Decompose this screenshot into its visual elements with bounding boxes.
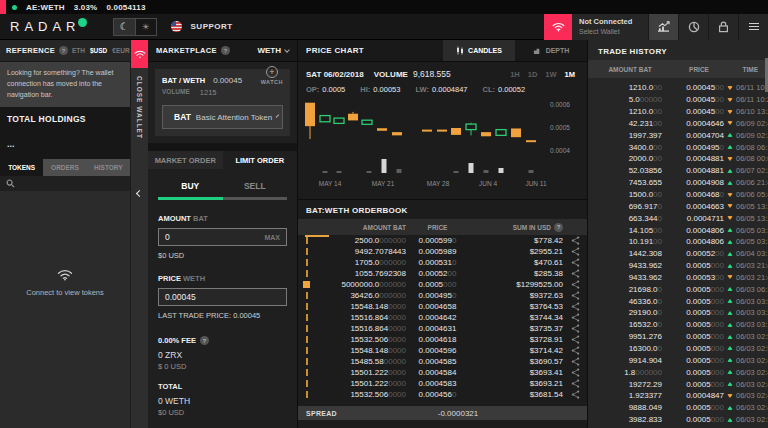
connect-message: Connect to view tokens — [26, 288, 104, 297]
range-1m[interactable]: 1M — [565, 70, 575, 79]
close-wallet-strip[interactable]: CLOSE WALLET — [130, 40, 148, 428]
share-icon[interactable] — [571, 269, 580, 278]
tab-buy[interactable]: BUY — [158, 181, 223, 200]
watch-button[interactable]: + WATCH — [261, 66, 283, 85]
trade-price: 0.0004663 — [662, 202, 724, 211]
share-icon[interactable] — [571, 379, 580, 388]
share-icon[interactable] — [571, 346, 580, 355]
help-icon[interactable]: ? — [221, 46, 230, 55]
share-icon[interactable] — [571, 291, 580, 300]
range-1w[interactable]: 1W — [545, 70, 556, 79]
quote-token-dropdown[interactable]: WETH — [257, 46, 289, 55]
trading-view-button[interactable] — [648, 14, 678, 40]
help-icon[interactable]: ? — [554, 223, 563, 232]
price-input[interactable]: 0.00045 — [158, 288, 287, 306]
volume-label: VOLUME — [162, 88, 190, 97]
high-value: 0.00053 — [373, 85, 400, 94]
currency-eth[interactable]: ETH — [72, 47, 85, 54]
tab-candles[interactable]: CANDLES — [443, 40, 515, 61]
orderbook-panel: BAT:WETH ORDERBOOK AMOUNT BAT PRICE SUM … — [298, 199, 587, 428]
orderbook-row[interactable]: 15532.50600000.0004618$3728.91 — [298, 334, 587, 345]
share-icon[interactable] — [571, 236, 580, 245]
amount-input[interactable]: 0 MAX — [158, 228, 287, 246]
trade-time: 06/05 03:33 — [736, 226, 768, 235]
candlestick-chart[interactable]: MAY 14MAY 21MAY 28JUN 4JUN 110.00060.000… — [298, 96, 587, 199]
orderbook-row[interactable]: 15516.86400000.0004631$3735.37 — [298, 323, 587, 334]
base-token-dropdown[interactable]: BAT Basic Attention Token — [162, 105, 283, 129]
trade-price: 0.0004704 — [662, 131, 724, 140]
tab-tokens[interactable]: TOKENS — [0, 159, 43, 176]
orderbook-row[interactable]: 15548.14800000.0004658$3764.53 — [298, 301, 587, 312]
collapse-chevron-icon[interactable] — [136, 190, 143, 197]
close-wallet-label[interactable]: CLOSE WALLET — [136, 76, 143, 139]
tab-limit-order[interactable]: LIMIT ORDER — [223, 151, 298, 169]
candles-icon — [456, 46, 464, 55]
range-1h[interactable]: 1H — [510, 70, 520, 79]
dark-mode-moon-icon[interactable]: ☾ — [114, 19, 135, 35]
order-sum-usd: $3681.54 — [469, 390, 563, 399]
share-icon[interactable] — [571, 324, 580, 333]
orderbook-row[interactable]: 15516.86400000.0004642$3744.34 — [298, 312, 587, 323]
share-icon[interactable] — [571, 390, 580, 399]
help-icon[interactable]: ? — [59, 46, 68, 55]
chart-volume-label: VOLUME — [374, 70, 408, 79]
trade-row: 9914.9040.000500006/03 02:49 — [588, 354, 768, 366]
orderbook-row[interactable]: 15501.22200000.0004584$3693.41 — [298, 367, 587, 378]
spread-row: SPREAD -0.0000321 — [298, 406, 587, 420]
trade-time: 06/06 21:47 — [736, 178, 768, 187]
orderbook-row[interactable]: 15501.22200000.0004583$3693.21 — [298, 378, 587, 389]
share-icon[interactable] — [571, 258, 580, 267]
chevron-down-icon — [276, 114, 280, 118]
arrow-down-icon — [727, 98, 733, 102]
share-icon[interactable] — [571, 247, 580, 256]
depth-marker — [306, 292, 308, 299]
orderbook-row[interactable]: 1055.76923080.0005200$285.38 — [298, 268, 587, 279]
low-label: LW: — [415, 85, 429, 94]
help-icon[interactable]: ? — [200, 336, 209, 345]
ticker-bar: AE:WETH 3.03% 0.0054113 — [0, 0, 768, 14]
orderbook-row[interactable]: 15548.14800000.0004596$3714.42 — [298, 345, 587, 356]
history-col-price: PRICE — [662, 66, 736, 73]
share-icon[interactable] — [571, 357, 580, 366]
tab-depth[interactable]: DEPTH — [515, 40, 587, 61]
portfolio-button[interactable] — [678, 14, 708, 40]
share-icon[interactable] — [571, 313, 580, 322]
orderbook-row[interactable]: 9492.70784430.0005989$2955.21 — [298, 246, 587, 257]
trade-history-title: TRADE HISTORY — [588, 40, 768, 60]
max-button[interactable]: MAX — [264, 234, 280, 241]
currency-eur[interactable]: €EUR — [112, 47, 129, 54]
order-amount: 1705.0000000 — [314, 258, 406, 267]
orderbook-row[interactable]: 15532.50600000.0004560$3681.54 — [298, 389, 587, 400]
theme-toggle[interactable]: ☾ ☀ — [113, 18, 157, 36]
orderbook-row[interactable]: 2500.00000000.0005990$778.42 — [298, 235, 587, 246]
menu-button[interactable] — [738, 14, 768, 40]
currency-usd[interactable]: $USD — [90, 47, 107, 54]
trade-row: 1997.3970.000470406/09 02:20 — [588, 129, 768, 141]
orderbook-row[interactable]: 1705.00000000.0005310$470.61 — [298, 257, 587, 268]
share-icon[interactable] — [571, 368, 580, 377]
range-1d[interactable]: 1D — [528, 70, 538, 79]
support-link[interactable]: SUPPORT — [191, 22, 233, 31]
wallet-disconnected-button[interactable] — [544, 14, 572, 40]
share-icon[interactable] — [571, 302, 580, 311]
security-button[interactable] — [708, 14, 738, 40]
tab-history[interactable]: HISTORY — [87, 159, 130, 176]
token-search[interactable] — [0, 176, 130, 191]
orderbook-row[interactable]: 36426.00000000.0004950$9372.63 — [298, 290, 587, 301]
depth-icon — [533, 46, 542, 55]
svg-text:MAY 14: MAY 14 — [319, 180, 342, 187]
orderbook-row[interactable]: 5000000.00000000.0005000$1299525.00 — [298, 279, 587, 290]
tab-market-order[interactable]: MARKET ORDER — [148, 151, 223, 169]
wallet-info[interactable]: Not Connected Select Wallet — [572, 14, 648, 40]
tab-orders[interactable]: ORDERS — [43, 159, 86, 176]
language-flag-icon[interactable] — [171, 21, 182, 32]
tab-sell[interactable]: SELL — [223, 181, 288, 200]
arrow-up-icon — [727, 323, 733, 327]
select-wallet-link[interactable]: Select Wallet — [579, 27, 641, 36]
light-mode-sun-icon[interactable]: ☀ — [135, 19, 156, 35]
trade-time: 06/11 10:20 — [736, 83, 768, 92]
orderbook-row[interactable]: 15485.58000000.0004585$3690.57 — [298, 356, 587, 367]
share-icon[interactable] — [571, 280, 580, 289]
wallet-indicator[interactable] — [131, 40, 149, 68]
share-icon[interactable] — [571, 335, 580, 344]
